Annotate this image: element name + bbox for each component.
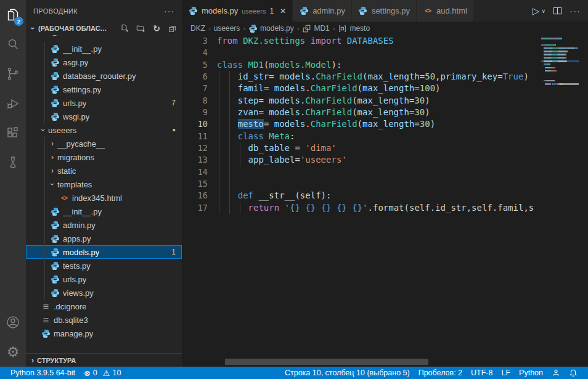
sidebar-more-icon[interactable]: ··· — [164, 6, 174, 16]
breadcrumb-item-models.py[interactable]: models.py — [248, 24, 294, 33]
breadcrumb-label: models.py — [260, 24, 294, 33]
tree-item-useeers[interactable]: ›useeers● — [26, 123, 182, 137]
indentation-status[interactable]: Пробелов: 2 — [414, 369, 467, 377]
code-line-3[interactable]: 3from DKZ.settings import DATABASES — [182, 35, 588, 47]
tree-item-wsgi.py[interactable]: wsgi.py — [26, 110, 182, 123]
code-line-10[interactable]: 10 mesto= models.CharField(max_length=30… — [182, 118, 588, 130]
code-line-7[interactable]: 7 famil= models.CharField(max_length=100… — [182, 83, 588, 94]
code-line-8[interactable]: 8 step= models.CharField(max_length=30) — [182, 95, 588, 107]
collapse-all-icon[interactable] — [167, 23, 178, 34]
explorer-icon[interactable]: 2 — [0, 0, 26, 30]
tree-item-models.py[interactable]: models.py1 — [26, 245, 182, 259]
minimap-line — [541, 83, 579, 85]
tab-models.py[interactable]: models.pyuseeers1✕ — [182, 0, 292, 22]
error-count: 0 — [93, 369, 97, 377]
code-token: ( — [352, 96, 357, 105]
tab-bar: models.pyuseeers1✕admin.pysettings.py<>a… — [182, 0, 588, 22]
new-folder-icon[interactable] — [135, 23, 146, 34]
code-token: models — [274, 119, 306, 129]
language-mode-status[interactable]: Python — [515, 369, 547, 377]
tab-admin.py[interactable]: admin.py — [293, 0, 351, 22]
tree-item-manage.py[interactable]: manage.py — [26, 327, 182, 340]
line-number: 14 — [182, 166, 208, 178]
code-line-13[interactable]: 13 app_label='useeers' — [182, 154, 588, 166]
extensions-icon[interactable] — [0, 118, 26, 148]
code-token: def — [238, 190, 259, 200]
code-line-11[interactable]: 11 class Meta: — [182, 131, 588, 142]
editor-actions: ▷∨ ··· — [525, 0, 588, 22]
close-icon[interactable]: ✕ — [280, 7, 286, 15]
error-icon: ⊗ — [84, 369, 91, 377]
tree-item-__pycache__[interactable]: ›__pycache__ — [26, 137, 182, 150]
minimap[interactable] — [541, 35, 579, 367]
problems-status[interactable]: ⊗ 0 ⚠ 10 — [80, 369, 125, 377]
tree-item-indexelement[interactable]: indexelement — [26, 35, 182, 42]
code-line-15[interactable]: 15 — [182, 178, 588, 190]
tree-item-urls.py[interactable]: urls.py7 — [26, 96, 182, 110]
python-icon — [50, 247, 60, 257]
tree-item-templates[interactable]: ›templates — [26, 177, 182, 191]
source-control-icon[interactable] — [0, 59, 26, 89]
eol-status[interactable]: LF — [497, 369, 515, 377]
outline-section[interactable]: › СТРУКТУРА — [26, 353, 182, 367]
tree-item-label: settings.py — [63, 85, 101, 94]
python-interpreter-status[interactable]: Python 3.9.5 64-bit — [6, 369, 80, 377]
tree-item-__init__.py[interactable]: __init__.py — [26, 205, 182, 218]
tree-item-__init__.py[interactable]: __init__.py — [26, 42, 182, 55]
horizontal-scrollbar[interactable] — [225, 359, 428, 365]
run-python-file-button[interactable]: ▷∨ — [533, 6, 545, 17]
settings-gear-icon[interactable]: ⚙ — [0, 337, 26, 367]
code-line-12[interactable]: 12 db_table = 'dima' — [182, 142, 588, 154]
testing-icon[interactable] — [0, 148, 26, 177]
code-token: CharField — [311, 119, 357, 129]
split-editor-icon[interactable] — [553, 6, 562, 15]
tree-item-migrations[interactable]: ›migrations — [26, 150, 182, 164]
search-icon[interactable] — [0, 30, 26, 59]
line-number: 10 — [182, 118, 208, 130]
breadcrumb-item-mesto[interactable]: mesto — [338, 24, 370, 33]
code-token — [347, 203, 352, 213]
feedback-icon[interactable] — [547, 369, 565, 377]
code-line-5[interactable]: 5class MD1(models.Model): — [182, 59, 588, 71]
indent-guide — [229, 142, 230, 154]
warning-count: 10 — [112, 369, 121, 377]
code-line-16[interactable]: 16 def __str__(self): — [182, 190, 588, 202]
tree-item-.dcignore[interactable]: .dcignore — [26, 300, 182, 313]
breadcrumb-item-useeers[interactable]: useeers — [214, 24, 240, 33]
workspace-section-header[interactable]: › (РАБОЧАЯ ОБЛАСТЬ) ... ↻ — [26, 22, 182, 35]
code-line-9[interactable]: 9 zvan= models.CharField(max_length=30) — [182, 107, 588, 118]
status-left: Python 3.9.5 64-bit ⊗ 0 ⚠ 10 — [6, 369, 125, 377]
tree-item-apps.py[interactable]: apps.py — [26, 232, 182, 245]
tree-item-label: models.py — [63, 248, 99, 257]
tab-aud.html[interactable]: <>aud.html — [417, 0, 473, 22]
tree-item-db.sqlite3[interactable]: db.sqlite3 — [26, 313, 182, 327]
tree-item-views.py[interactable]: views.py — [26, 286, 182, 300]
breadcrumb-item-DKZ[interactable]: DKZ — [190, 24, 205, 33]
tree-item-urls.py[interactable]: urls.py — [26, 272, 182, 286]
encoding-status[interactable]: UTF-8 — [467, 369, 497, 377]
code-editor[interactable]: 3from DKZ.settings import DATABASES45cla… — [182, 35, 588, 367]
tree-item-static[interactable]: ›static — [26, 164, 182, 177]
indent-guide — [229, 131, 230, 142]
tree-item-index345.html[interactable]: <>index345.html — [26, 191, 182, 205]
cursor-position-status[interactable]: Строка 10, столбец 10 (выбрано 5) — [280, 369, 414, 377]
code-line-4[interactable]: 4 — [182, 47, 588, 59]
tree-item-asgi.py[interactable]: asgi.py — [26, 55, 182, 69]
code-line-6[interactable]: 6 id_str= models.CharField(max_length=50… — [182, 71, 588, 83]
tree-item-admin.py[interactable]: admin.py — [26, 218, 182, 232]
selected-text: mesto — [238, 119, 264, 129]
run-debug-icon[interactable] — [0, 89, 26, 118]
breadcrumb-item-MD1[interactable]: MD1 — [302, 24, 329, 33]
tab-settings.py[interactable]: settings.py — [352, 0, 416, 22]
tree-item-settings.py[interactable]: settings.py — [26, 83, 182, 96]
code-line-14[interactable]: 14 — [182, 166, 588, 178]
tree-item-database_roouter.py[interactable]: database_roouter.py — [26, 69, 182, 83]
account-icon[interactable] — [0, 308, 26, 337]
refresh-icon[interactable]: ↻ — [151, 23, 162, 34]
tree-item-tests.py[interactable]: tests.py — [26, 259, 182, 272]
code-line-17[interactable]: 17 return '{} {} {} {} {}'.format(self.i… — [182, 202, 588, 214]
code-token: class — [238, 131, 269, 141]
notifications-bell-icon[interactable] — [565, 369, 582, 377]
more-actions-icon[interactable]: ··· — [570, 6, 581, 16]
new-file-icon[interactable] — [119, 23, 130, 34]
